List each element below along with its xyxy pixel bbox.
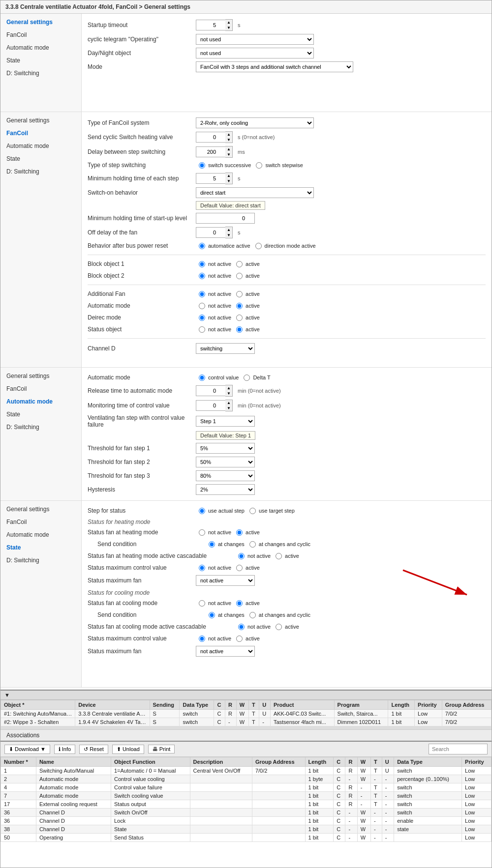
list-item[interactable]: 7 Automatic mode Switch cooling value 1 … [1,792,492,800]
spin-up-off-delay[interactable]: ▲ [225,227,232,232]
radio-smch-active[interactable] [236,565,243,571]
radio-smcc-notactive[interactable] [199,636,205,642]
spin-dn-monitoring[interactable]: ▼ [225,405,232,411]
nav-auto-2[interactable]: Automatic mode [0,140,81,152]
nav-switching-4[interactable]: D: Switching [0,554,81,567]
print-btn[interactable]: 🖶 Print [148,745,175,753]
radio-sfhc-active[interactable] [276,553,282,559]
select-vent-fan[interactable]: Step 1 [196,416,255,427]
radio-addfan-active[interactable] [236,291,243,297]
select-mode[interactable]: FanCoil with 3 steps and additional swit… [196,61,353,72]
list-item[interactable]: 38 Channel D State 1 bit C - W - - state… [1,825,492,834]
list-item[interactable]: 36 Channel D Switch On/Off 1 bit C - W -… [1,809,492,817]
nav-auto-mode-1[interactable]: Automatic mode [0,41,81,54]
radio-statusobj-active[interactable] [236,326,243,333]
select-hysteresis[interactable]: 2% [196,484,255,495]
radio-statusobj-notactive[interactable] [199,326,205,333]
list-item[interactable]: 4 Automatic mode Control value failure 1… [1,783,492,792]
radio-sfcc-notactive[interactable] [238,624,245,630]
table-row[interactable]: #1: Switching Auto/Manual - 1=Auto... 3.… [1,710,492,718]
nav-fancoil-4[interactable]: FanCoil [0,516,81,528]
nav-auto-4[interactable]: Automatic mode [0,528,81,541]
radio-sfcc-active[interactable] [276,624,282,630]
radio-sfc-active[interactable] [236,600,243,607]
info-btn[interactable]: ℹ Info [54,745,75,754]
radio-delta-t[interactable] [244,375,250,381]
input-min-holding[interactable] [196,173,225,184]
select-threshold3[interactable]: 80% [196,470,255,481]
radio-at-changes-h[interactable] [209,541,215,548]
radio-at-changes-cyclic-h[interactable] [249,541,256,548]
radio-auto-active[interactable] [199,243,205,249]
radio-control-value[interactable] [199,375,205,381]
radio-smch-notactive[interactable] [199,565,205,571]
nav-state-3[interactable]: State [0,408,81,421]
input-release[interactable] [196,385,225,396]
download-btn[interactable]: ⬇ Download ▼ [4,745,50,754]
input-monitoring[interactable] [196,400,225,411]
spinbox-startup[interactable]: ▲ ▼ [196,19,233,31]
nav-auto-3[interactable]: Automatic mode [0,395,81,408]
spin-dn-off-delay[interactable]: ▼ [225,232,232,238]
select-channel-d[interactable]: switching [196,343,255,354]
nav-general-4[interactable]: General settings [0,503,81,516]
radio-sfhc-notactive[interactable] [238,553,245,559]
spin-dn-startup[interactable]: ▼ [225,25,232,30]
nav-state-1[interactable]: State [0,54,81,67]
input-send-cyclic[interactable] [196,132,225,143]
spin-up-holding[interactable]: ▲ [225,173,232,178]
nav-state-4[interactable]: State [0,541,81,554]
radio-block2-active[interactable] [236,273,243,279]
radio-smcc-active[interactable] [236,636,243,642]
input-off-delay[interactable] [196,227,225,238]
select-type-fancoil[interactable]: 2-Rohr, only cooling [196,117,314,128]
radio-auto-active[interactable] [236,303,243,309]
radio-block1-notactive[interactable] [199,261,205,267]
radio-sfc-notactive[interactable] [199,600,205,607]
spin-up-startup[interactable]: ▲ [225,20,232,25]
select-threshold2[interactable]: 50% [196,457,255,467]
select-smfh[interactable]: not active [196,575,255,586]
input-delay[interactable] [196,146,225,157]
select-cyclic[interactable]: not used [196,34,314,45]
unload-btn[interactable]: ⬆ Unload [112,745,144,754]
nav-switching-1[interactable]: D: Switching [0,67,81,80]
select-smfc[interactable]: not active [196,646,255,657]
spin-dn-release[interactable]: ▼ [225,391,232,396]
spin-up-delay[interactable]: ▲ [225,146,232,152]
reset-btn[interactable]: ↺ Reset [79,745,108,754]
nav-fancoil-3[interactable]: FanCoil [0,382,81,395]
nav-general-2[interactable]: General settings [0,114,81,127]
nav-state-2[interactable]: State [0,152,81,165]
spin-dn-holding[interactable]: ▼ [225,178,232,184]
radio-deirec-active[interactable] [236,315,243,321]
input-min-startup[interactable] [196,213,255,224]
radio-at-changes-c[interactable] [209,612,215,618]
spin-up-release[interactable]: ▲ [225,385,232,391]
input-startup[interactable] [196,20,225,30]
panel-collapse-icon[interactable]: ▼ [4,692,10,698]
select-threshold1[interactable]: 5% [196,443,255,454]
radio-addfan-notactive[interactable] [199,291,205,297]
radio-target-step[interactable] [249,508,256,514]
nav-general-settings-1[interactable]: General settings [0,16,81,29]
spin-dn-cyclic[interactable]: ▼ [225,137,232,143]
nav-fancoil-2[interactable]: FanCoil [0,127,81,140]
nav-switching-3[interactable]: D: Switching [0,421,81,434]
radio-switch-stepwise[interactable] [256,162,262,169]
radio-sfh-notactive[interactable] [199,529,205,536]
radio-auto-notactive[interactable] [199,303,205,309]
radio-sfh-active[interactable] [236,529,243,536]
radio-actual-step[interactable] [199,508,205,514]
search-input[interactable] [429,744,488,754]
radio-deirec-notactive[interactable] [199,315,205,321]
nav-fancoil-1[interactable]: FanCoil [0,29,81,41]
radio-block2-notactive[interactable] [199,273,205,279]
spin-dn-delay[interactable]: ▼ [225,152,232,157]
list-item[interactable]: 2 Automatic mode Control value cooling 1… [1,775,492,783]
radio-direction-mode[interactable] [255,243,262,249]
spin-up-cyclic[interactable]: ▲ [225,132,232,137]
nav-switching-2[interactable]: D: Switching [0,165,81,178]
table-row[interactable]: #2: Wippe 3 - Schalten 1.9.4 4V Schakele… [1,718,492,726]
nav-general-3[interactable]: General settings [0,370,81,382]
